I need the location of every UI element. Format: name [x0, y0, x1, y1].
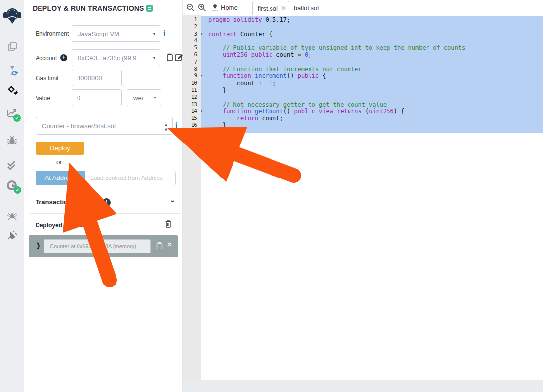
account-select[interactable]: 0xCA3...a733c (99.9▼ — [72, 49, 160, 66]
at-address-button[interactable]: At Address — [36, 171, 85, 185]
line-number: 3▾ — [183, 31, 201, 37]
compile-sync-icon: ⟳ — [12, 70, 18, 77]
editor-bottom-bar — [183, 380, 543, 392]
editor-area: remixHomefirst.sol✕ballot.sol 1pragma so… — [183, 0, 543, 392]
zoom-in-icon[interactable] — [198, 3, 206, 12]
remix-home-icon: remix — [212, 4, 218, 12]
code-line: 1pragma solidity 0.5.17; — [183, 16, 543, 23]
code-line: 9▾ function increment() public { — [183, 72, 543, 79]
line-number: 15 — [183, 115, 201, 122]
unit-testing-icon[interactable] — [0, 159, 24, 171]
remove-contract-icon[interactable]: ✕ — [167, 241, 172, 248]
line-number: 10 — [183, 80, 201, 87]
expand-chevron-icon[interactable]: ❯ — [36, 242, 41, 249]
fold-arrow-icon[interactable]: ▾ — [200, 31, 203, 37]
collapse-chevron-icon[interactable]: ⌄ — [170, 196, 175, 204]
chevron-down-icon: ▼ — [153, 96, 157, 100]
value-label: Value — [36, 95, 50, 102]
transactions-recorded-label: Transactions recorded: — [36, 198, 107, 206]
code-line: 13 // Not necessary getter to get the co… — [183, 101, 543, 108]
code-line: 10 count += 1; — [183, 80, 543, 87]
analysis-icon[interactable]: ✓ — [0, 107, 24, 119]
code-line: 11 } — [183, 87, 543, 94]
copy-account-icon[interactable] — [166, 53, 173, 62]
line-number: 6 — [183, 51, 201, 58]
line-number: 12 — [183, 94, 201, 101]
deploy-and-run-icon[interactable] — [0, 85, 24, 97]
line-number: 13 — [183, 101, 201, 108]
add-account-icon[interactable]: + — [60, 54, 67, 61]
deployed-contract-title[interactable]: Counter at 0x692...77b3A (memory) — [44, 239, 151, 253]
fold-arrow-icon[interactable]: ▾ — [200, 72, 203, 79]
plugin-g-icon[interactable]: ✓ — [0, 179, 24, 192]
sort-arrows-icon: ▲▼ — [164, 122, 168, 132]
tab-bar: remixHomefirst.sol✕ballot.sol — [183, 0, 543, 15]
gas-limit-input[interactable] — [72, 70, 122, 86]
line-number: 7 — [183, 59, 201, 66]
close-tab-icon[interactable]: ✕ — [281, 5, 286, 12]
remix-logo — [0, 6, 24, 26]
debugger-bug-icon[interactable] — [0, 135, 24, 146]
chevron-down-icon: ▼ — [152, 32, 156, 36]
line-number: 4 — [183, 37, 201, 44]
line-number: 8 — [183, 66, 201, 72]
icon-rail: ⟳ ✓ — [0, 0, 24, 392]
transactions-count-badge: 1 — [102, 198, 111, 207]
code-line: 6 uint256 public count = 0; — [183, 51, 543, 58]
deploy-button[interactable]: Deploy — [36, 142, 84, 155]
or-label: or — [56, 158, 62, 166]
edit-account-icon[interactable] — [175, 53, 183, 61]
environment-info-icon[interactable]: i — [163, 30, 165, 37]
deploy-run-panel: DEPLOY & RUN TRANSACTIONS Environment Ja… — [24, 0, 183, 392]
code-line: 12 — [183, 94, 543, 101]
tab-ballot-sol[interactable]: ballot.sol — [294, 3, 319, 12]
code-line: 16 } — [183, 122, 543, 129]
check-badge-icon: ✓ — [14, 186, 21, 194]
value-unit-select[interactable]: wei▼ — [127, 89, 161, 106]
line-number: 14▾ — [183, 108, 201, 115]
file-explorer-icon[interactable] — [0, 41, 24, 52]
deployed-contract-item: ❯ Counter at 0x692...77b3A (memory) ✕ — [29, 235, 178, 257]
code-line: 7 — [183, 59, 543, 66]
line-number: 16 — [183, 122, 201, 129]
code-line: 4 — [183, 37, 543, 44]
deployed-contracts-label: Deployed Contracts — [36, 222, 91, 229]
check-badge-icon: ✓ — [13, 114, 21, 122]
code-line: 2 — [183, 23, 543, 30]
clear-deployed-trash-icon[interactable] — [165, 220, 172, 228]
selection-tail — [201, 129, 543, 133]
line-number: 11 — [183, 87, 201, 94]
divider — [30, 192, 181, 192]
value-input[interactable] — [72, 89, 122, 106]
documentation-icon[interactable] — [146, 5, 153, 12]
tab-home[interactable]: remixHome — [212, 4, 238, 12]
environment-label: Environment — [36, 30, 69, 37]
gas-limit-label: Gas limit — [36, 75, 59, 82]
copy-address-icon[interactable] — [156, 242, 163, 249]
code-line: 8 // Function that increments our counte… — [183, 66, 543, 72]
line-number: 2 — [183, 23, 201, 30]
tab-first-sol[interactable]: first.sol✕ — [252, 1, 289, 15]
divider — [30, 213, 181, 214]
line-number: 9▾ — [183, 72, 201, 79]
zoom-out-icon[interactable] — [186, 3, 194, 12]
line-number: 1 — [183, 16, 201, 23]
fold-arrow-icon[interactable]: ▾ — [200, 108, 203, 115]
code-line: 15 return count; — [183, 115, 543, 122]
environment-select[interactable]: JavaScript VM▼ — [72, 25, 160, 42]
contract-info-icon[interactable]: i — [175, 122, 177, 130]
code-lines[interactable]: 1pragma solidity 0.5.17;2 3▾contract Cou… — [183, 15, 543, 133]
spider-icon[interactable] — [0, 210, 24, 222]
contract-select[interactable]: Counter - browser/first.sol ▲▼ — [36, 117, 173, 135]
code-line: 5 // Public variable of type unsigned in… — [183, 44, 543, 51]
plugin-manager-plug-icon[interactable] — [0, 229, 24, 241]
line-number: 5 — [183, 44, 201, 51]
panel-title: DEPLOY & RUN TRANSACTIONS — [33, 4, 144, 12]
at-address-input[interactable] — [85, 171, 176, 185]
tab-list: remixHomefirst.sol✕ballot.sol — [206, 0, 319, 15]
account-label: Account — [36, 55, 57, 62]
solidity-compiler-icon[interactable]: ⟳ — [0, 65, 24, 76]
code-line: 3▾contract Counter { — [183, 31, 543, 37]
code-line: 14▾ function getCount() public view retu… — [183, 108, 543, 115]
chevron-down-icon: ▼ — [152, 56, 156, 60]
